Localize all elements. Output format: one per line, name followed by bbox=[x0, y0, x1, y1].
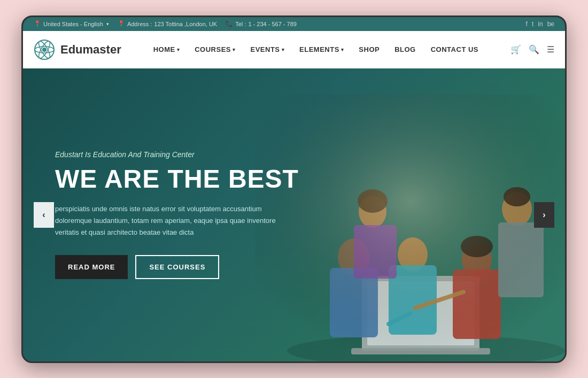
hero-subtitle: Edustart Is Education And Training Cente… bbox=[55, 150, 299, 159]
dropdown-arrow: ▾ bbox=[177, 47, 180, 52]
nav-item-home[interactable]: HOME ▾ bbox=[147, 41, 187, 58]
navbar: Edumaster HOME ▾ COURSES ▾ bbox=[23, 31, 565, 68]
dropdown-arrow: ▾ bbox=[282, 47, 285, 52]
read-more-button[interactable]: READ MORE bbox=[55, 255, 128, 279]
nav-item-shop[interactable]: SHOP bbox=[352, 41, 386, 58]
website: 📍 United States - English ▾ 📍 Address : … bbox=[23, 17, 565, 361]
instagram-icon[interactable]: in bbox=[538, 20, 543, 28]
hero-buttons: READ MORE SEE COURSES bbox=[55, 255, 299, 279]
hero-section: Edustart Is Education And Training Cente… bbox=[23, 68, 565, 361]
logo-icon bbox=[34, 39, 55, 60]
behance-icon[interactable]: be bbox=[547, 20, 554, 28]
slider-prev-button[interactable]: ‹ bbox=[34, 202, 54, 228]
nav-link-shop[interactable]: SHOP bbox=[352, 41, 386, 58]
nav-link-elements[interactable]: ELEMENTS ▾ bbox=[293, 41, 350, 58]
hero-description: perspiciatis unde omnis iste natus error… bbox=[55, 203, 280, 238]
dropdown-arrow: ▾ bbox=[233, 47, 236, 52]
nav-item-courses[interactable]: COURSES ▾ bbox=[188, 41, 242, 58]
twitter-icon[interactable]: t bbox=[532, 20, 533, 28]
hero-content: Edustart Is Education And Training Cente… bbox=[23, 150, 331, 279]
address-info: 📍 Address : 123 Tottina ,London, UK bbox=[118, 20, 217, 27]
location-icon: 📍 bbox=[118, 20, 125, 27]
top-bar-right: f t in be bbox=[526, 20, 554, 28]
logo-text: Edumaster bbox=[60, 43, 121, 57]
top-bar-left: 📍 United States - English ▾ 📍 Address : … bbox=[34, 20, 297, 27]
facebook-icon[interactable]: f bbox=[526, 20, 528, 28]
phone-icon: 📞 bbox=[226, 20, 233, 27]
search-icon[interactable]: 🔍 bbox=[529, 44, 539, 55]
language-selector[interactable]: 📍 United States - English ▾ bbox=[34, 20, 109, 27]
lang-dropdown-arrow: ▾ bbox=[106, 21, 109, 27]
see-courses-button[interactable]: SEE COURSES bbox=[135, 255, 219, 279]
tel-info: 📞 Tel : 1 - 234 - 567 - 789 bbox=[226, 20, 297, 27]
logo[interactable]: Edumaster bbox=[34, 39, 121, 60]
hero-title: WE ARE THE BEST bbox=[55, 165, 299, 194]
nav-link-courses[interactable]: COURSES ▾ bbox=[188, 41, 242, 58]
browser-frame: 📍 United States - English ▾ 📍 Address : … bbox=[21, 16, 567, 363]
nav-link-events[interactable]: EVENTS ▾ bbox=[244, 41, 291, 58]
nav-item-elements[interactable]: ELEMENTS ▾ bbox=[293, 41, 350, 58]
dropdown-arrow: ▾ bbox=[341, 47, 344, 52]
cart-icon[interactable]: 🛒 bbox=[510, 44, 521, 55]
globe-icon: 📍 bbox=[34, 20, 41, 27]
nav-actions: 🛒 🔍 ☰ bbox=[510, 44, 554, 55]
nav-item-contact[interactable]: CONTACT US bbox=[424, 41, 485, 58]
nav-menu: HOME ▾ COURSES ▾ EVENTS ▾ bbox=[147, 41, 485, 58]
nav-item-events[interactable]: EVENTS ▾ bbox=[244, 41, 291, 58]
svg-point-1 bbox=[42, 48, 47, 52]
top-bar: 📍 United States - English ▾ 📍 Address : … bbox=[23, 17, 565, 31]
nav-link-home[interactable]: HOME ▾ bbox=[147, 41, 187, 58]
slider-next-button[interactable]: › bbox=[534, 202, 554, 228]
nav-link-blog[interactable]: BLOG bbox=[388, 41, 422, 58]
nav-item-blog[interactable]: BLOG bbox=[388, 41, 422, 58]
menu-icon[interactable]: ☰ bbox=[547, 44, 554, 55]
nav-link-contact[interactable]: CONTACT US bbox=[424, 41, 485, 58]
social-icons: f t in be bbox=[526, 20, 554, 28]
